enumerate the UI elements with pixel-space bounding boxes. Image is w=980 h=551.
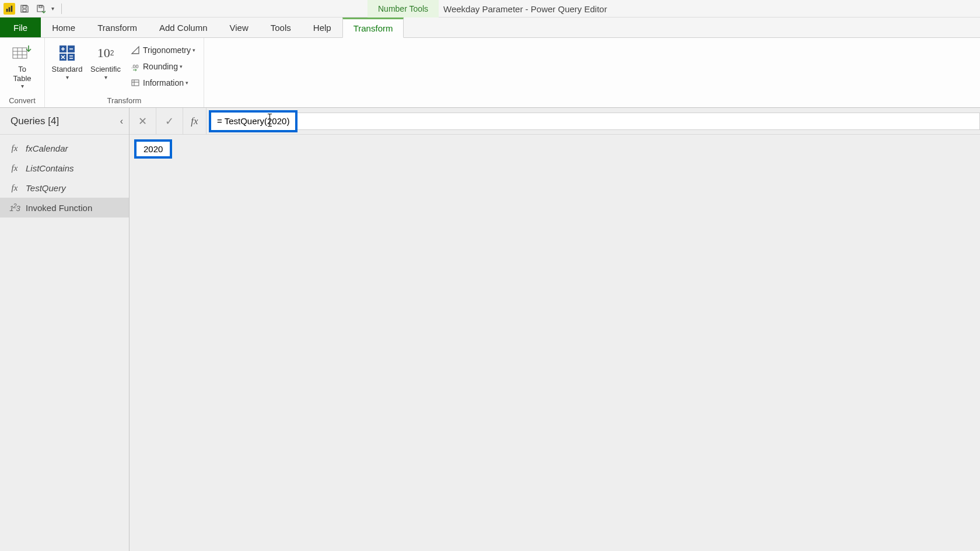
svg-rect-3	[13, 48, 27, 58]
trigonometry-icon	[130, 45, 141, 55]
query-item-invoked-function[interactable]: 123 Invoked Function	[0, 198, 129, 217]
result-area: 2020	[130, 135, 980, 551]
tab-file[interactable]: File	[0, 17, 41, 37]
contextual-tab-label: Number Tools	[368, 0, 439, 17]
standard-label: Standard	[52, 65, 83, 74]
tab-tools[interactable]: Tools	[260, 17, 302, 37]
to-table-label: To Table	[13, 65, 31, 83]
commit-formula-button[interactable]: ✓	[156, 108, 183, 135]
tab-context-transform[interactable]: Transform	[342, 17, 404, 38]
tab-transform[interactable]: Transform	[86, 17, 148, 37]
dropdown-icon: ▾	[104, 74, 107, 80]
function-icon: fx	[8, 183, 21, 193]
queries-title: Queries [4]	[10, 115, 59, 127]
tab-help[interactable]: Help	[302, 17, 342, 37]
save-dropdown-button[interactable]	[35, 3, 47, 15]
query-item-listcontains[interactable]: fx ListContains	[0, 158, 129, 178]
query-name: fxCalendar	[26, 143, 68, 153]
query-list: fx fxCalendar fx ListContains fx TestQue…	[0, 135, 129, 217]
trigonometry-label: Trigonometry	[143, 45, 191, 55]
group-label-transform: Transform	[107, 96, 142, 106]
svg-rect-11	[68, 54, 75, 61]
function-icon: fx	[8, 163, 21, 173]
content-column: ✕ ✓ fx = TestQuery(2020) 2020	[130, 108, 980, 551]
query-name: ListContains	[26, 163, 74, 173]
number-type-icon: 123	[8, 202, 21, 213]
information-label: Information	[143, 78, 184, 87]
quick-access-toolbar: ▾	[19, 3, 64, 15]
query-item-testquery[interactable]: fx TestQuery	[0, 178, 129, 198]
scientific-icon: 102	[95, 43, 116, 64]
query-item-fxcalendar[interactable]: fx fxCalendar	[0, 138, 129, 158]
title-bar: ▾ Number Tools Weekday Parameter - Power…	[0, 0, 980, 17]
tab-add-column[interactable]: Add Column	[148, 17, 219, 37]
fx-icon[interactable]: fx	[183, 108, 206, 134]
window-title: Weekday Parameter - Power Query Editor	[443, 0, 607, 17]
ribbon-group-transform: Standard ▾ 102 Scientific ▾ Trigonometry…	[45, 38, 204, 107]
group-label-convert: Convert	[9, 96, 36, 106]
dropdown-icon: ▾	[21, 83, 24, 89]
svg-text:.00: .00	[131, 64, 139, 69]
function-icon: fx	[8, 143, 21, 153]
scientific-label: Scientific	[90, 65, 121, 74]
to-table-icon	[12, 43, 33, 64]
dropdown-icon: ▾	[180, 64, 183, 69]
to-table-button[interactable]: To Table ▾	[6, 40, 38, 89]
cancel-formula-button[interactable]: ✕	[130, 108, 156, 135]
standard-icon	[57, 43, 78, 64]
rounding-label: Rounding	[143, 62, 178, 71]
queries-panel: Queries [4] ‹ fx fxCalendar fx ListConta…	[0, 108, 130, 551]
ribbon-body: To Table ▾ Convert	[0, 38, 980, 108]
dropdown-icon: ▾	[66, 74, 69, 80]
rounding-icon: .00	[130, 61, 141, 72]
formula-text: = TestQuery(2020)	[217, 116, 289, 126]
dropdown-icon: ▾	[192, 47, 195, 53]
standard-button[interactable]: Standard ▾	[51, 40, 83, 80]
query-name: TestQuery	[26, 183, 66, 193]
svg-rect-20	[132, 80, 139, 86]
formula-input-extension[interactable]	[298, 113, 980, 130]
separator	[61, 3, 62, 14]
formula-bar: ✕ ✓ fx = TestQuery(2020)	[130, 108, 980, 135]
svg-rect-0	[6, 9, 8, 12]
qat-dropdown-icon[interactable]: ▾	[51, 5, 54, 12]
result-value[interactable]: 2020	[134, 139, 172, 159]
app-icon	[4, 3, 15, 15]
rounding-button[interactable]: .00 Rounding ▾	[128, 59, 198, 74]
svg-rect-1	[9, 7, 10, 12]
dropdown-icon: ▾	[186, 80, 188, 86]
information-icon	[130, 78, 141, 88]
ribbon-tabs: File Home Transform Add Column View Tool…	[0, 17, 980, 38]
formula-input-wrap: = TestQuery(2020)	[206, 108, 980, 134]
information-button[interactable]: Information ▾	[128, 75, 198, 90]
save-button[interactable]	[19, 3, 30, 15]
formula-input[interactable]: = TestQuery(2020)	[209, 110, 298, 132]
query-name: Invoked Function	[26, 203, 92, 213]
svg-rect-2	[11, 5, 13, 12]
trigonometry-button[interactable]: Trigonometry ▾	[128, 43, 198, 58]
scientific-button[interactable]: 102 Scientific ▾	[89, 40, 122, 80]
collapse-panel-icon[interactable]: ‹	[120, 116, 123, 127]
queries-header: Queries [4] ‹	[0, 108, 129, 135]
tab-home[interactable]: Home	[41, 17, 86, 37]
text-cursor-icon	[270, 114, 270, 127]
tab-view[interactable]: View	[219, 17, 260, 37]
main-area: Queries [4] ‹ fx fxCalendar fx ListConta…	[0, 108, 980, 551]
ribbon-group-convert: To Table ▾ Convert	[0, 38, 45, 107]
